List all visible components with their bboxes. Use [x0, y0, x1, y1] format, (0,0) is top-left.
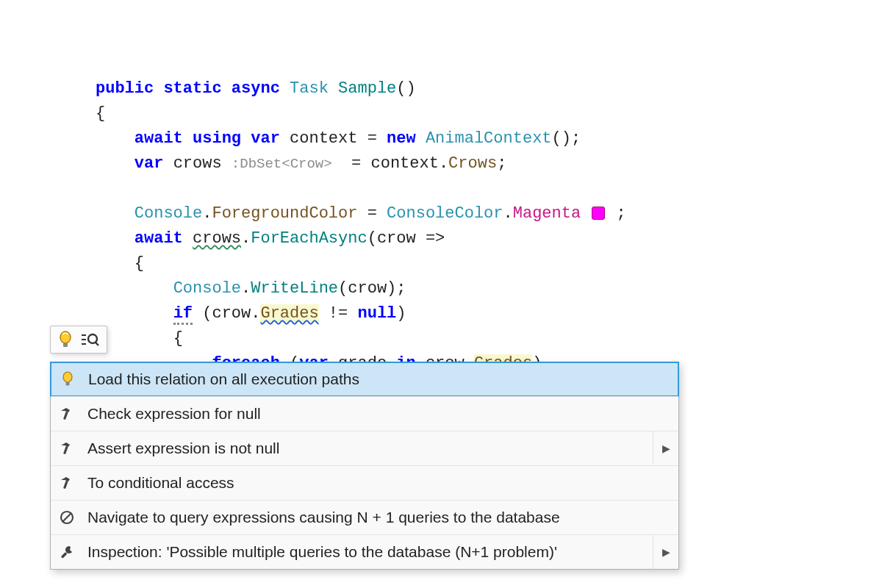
svg-rect-10	[63, 446, 68, 454]
svg-rect-14	[61, 552, 68, 559]
ident-crows-call: crows	[193, 229, 241, 248]
type-consolecolor: ConsoleColor	[387, 204, 503, 223]
svg-rect-11	[63, 481, 68, 489]
action-label: Load this relation on all execution path…	[84, 370, 678, 388]
svg-point-7	[63, 372, 72, 382]
ident-crow: crow	[377, 229, 416, 248]
hammer-icon	[51, 406, 83, 422]
kw-null: null	[357, 304, 396, 323]
method-sample: Sample	[338, 79, 396, 98]
bulb-icon	[51, 371, 84, 387]
chevron-right-icon[interactable]: ▶	[653, 535, 678, 569]
wrench-icon	[51, 544, 83, 560]
method-writeline: WriteLine	[251, 279, 338, 298]
action-item[interactable]: Navigate to query expressions causing N …	[51, 500, 678, 534]
kw-var-2: var	[135, 154, 164, 173]
type-console: Console	[135, 204, 202, 223]
quick-actions-button[interactable]	[50, 326, 107, 354]
type-hint: :DbSet<Crow>	[232, 156, 332, 172]
svg-line-13	[62, 513, 71, 522]
prop-crows: Crows	[448, 154, 497, 173]
prop-magenta: Magenta	[513, 204, 581, 223]
lightbulb-icon	[58, 331, 73, 348]
svg-rect-8	[66, 382, 70, 386]
prop-grades-1: Grades	[260, 304, 318, 323]
action-label: To conditional access	[83, 474, 678, 492]
kw-await: await	[135, 129, 183, 148]
action-item[interactable]: Check expression for null	[51, 396, 678, 431]
hammer-icon	[51, 440, 83, 456]
prop-foreground: ForegroundColor	[212, 204, 357, 223]
kw-new: new	[387, 129, 416, 148]
svg-rect-9	[63, 412, 68, 420]
ident-crows: crows	[173, 154, 222, 173]
action-item[interactable]: Assert expression is not null▶	[51, 431, 678, 465]
action-label: Inspection: 'Possible multiple queries t…	[83, 543, 653, 561]
svg-point-5	[88, 334, 97, 343]
method-foreachasync: ForEachAsync	[251, 229, 367, 248]
action-label: Assert expression is not null	[83, 440, 653, 457]
action-item[interactable]: Load this relation on all execution path…	[50, 362, 679, 397]
type-animalcontext: AnimalContext	[426, 129, 552, 148]
kw-static: static	[163, 79, 221, 98]
preview-icon	[80, 332, 99, 347]
code-editor[interactable]: public static async Task Sample() { awai…	[96, 51, 626, 376]
kw-if: if	[173, 304, 193, 325]
kw-async: async	[232, 79, 280, 98]
brace-open: {	[96, 104, 105, 123]
svg-rect-1	[63, 343, 68, 347]
kw-var: var	[251, 129, 280, 148]
disable-icon	[51, 509, 83, 526]
type-task: Task	[290, 79, 329, 98]
quick-actions-menu: Load this relation on all execution path…	[50, 362, 679, 570]
svg-line-6	[96, 343, 98, 345]
kw-using: using	[193, 129, 241, 148]
paren-close: )	[406, 79, 416, 98]
ident-context: context	[290, 129, 357, 148]
action-label: Navigate to query expressions causing N …	[83, 509, 678, 526]
kw-public: public	[96, 79, 154, 98]
paren-open: (	[396, 79, 406, 98]
kw-await-2: await	[135, 229, 183, 248]
color-swatch-icon	[592, 207, 605, 220]
chevron-right-icon[interactable]: ▶	[653, 431, 678, 465]
action-label: Check expression for null	[83, 405, 678, 423]
action-item[interactable]: Inspection: 'Possible multiple queries t…	[51, 534, 678, 569]
hammer-icon	[51, 475, 83, 491]
action-item[interactable]: To conditional access	[51, 465, 678, 500]
